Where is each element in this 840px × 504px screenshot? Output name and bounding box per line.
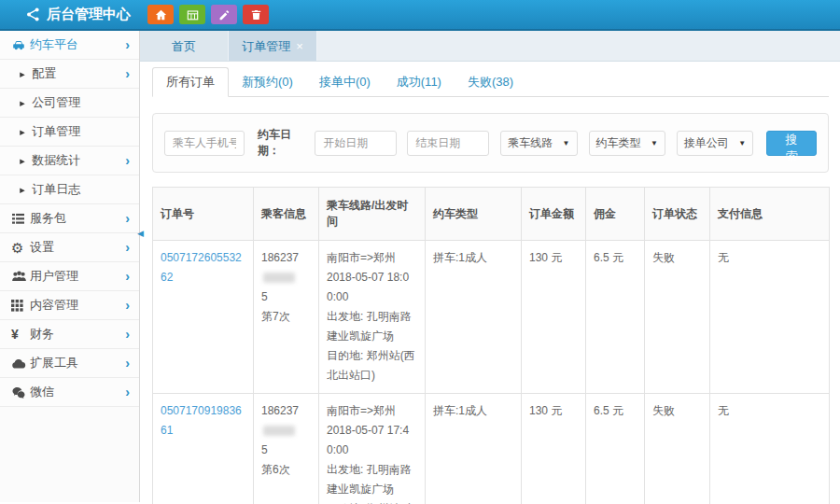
topbar-buttons — [147, 5, 269, 24]
main-content: 首页 订单管理 × 所有订单 新预约(0) 接单中(0) 成功(11) 失败(3… — [140, 31, 840, 502]
sidebar-item-content-management[interactable]: 内容管理 › — [0, 291, 139, 320]
sidebar-item-label: 订单管理 — [32, 123, 130, 140]
sidebar-item-config[interactable]: ▶ 配置 › — [0, 60, 139, 89]
sidebar-item-user-management[interactable]: 用户管理 › — [0, 262, 139, 291]
col-header-order-amount: 订单金额 — [522, 188, 586, 241]
sidebar-item-label: 用户管理 — [30, 268, 125, 285]
accepting-company-select-value: 接单公司 — [684, 135, 729, 151]
filter-tab-accepting[interactable]: 接单中(0) — [306, 68, 384, 96]
chevron-right-icon: › — [125, 67, 130, 80]
calendar-button[interactable] — [179, 5, 205, 24]
redacted-phone-digits — [263, 273, 295, 283]
sidebar-item-label: 配置 — [32, 65, 125, 82]
payment-info-cell: 无 — [710, 394, 830, 504]
caret-right-icon: ▶ — [20, 128, 25, 135]
chevron-right-icon: › — [125, 212, 130, 225]
filter-tab-new-reservations[interactable]: 新预约(0) — [229, 68, 306, 96]
tab-strip: 首页 订单管理 × — [140, 31, 840, 62]
filter-tab-all-orders[interactable]: 所有订单 — [152, 67, 229, 97]
close-icon[interactable]: × — [296, 40, 303, 52]
share-nodes-icon — [26, 7, 40, 21]
sidebar-item-company-management[interactable]: ▶ 公司管理 — [0, 89, 139, 118]
chevron-right-icon: › — [125, 328, 130, 341]
route-select[interactable]: 乘车线路 ▼ — [500, 131, 577, 156]
sidebar-item-label: 约车平台 — [30, 36, 125, 53]
top-bar: 后台管理中心 — [0, 0, 840, 31]
sidebar-item-label: 数据统计 — [32, 152, 125, 169]
home-icon — [155, 9, 167, 21]
order-filter-tabs: 所有订单 新预约(0) 接单中(0) 成功(11) 失败(38) — [152, 69, 829, 97]
sidebar-item-finance[interactable]: ¥ 财务 › — [0, 320, 139, 349]
redacted-phone-digits — [263, 426, 295, 436]
accepting-company-select[interactable]: 接单公司 ▼ — [677, 131, 753, 156]
booking-date-label: 约车日期： — [258, 127, 309, 159]
booking-type-select[interactable]: 约车类型 ▼ — [589, 131, 665, 156]
app-title: 后台管理中心 — [47, 6, 131, 23]
users-icon — [11, 271, 30, 282]
order-number-link[interactable]: 050717260553262 — [161, 251, 242, 284]
sidebar-item-booking-platform[interactable]: 约车平台 › — [0, 31, 139, 60]
booking-type-select-value: 约车类型 — [596, 135, 641, 151]
sidebar-item-label: 订单日志 — [32, 181, 130, 198]
chevron-right-icon: › — [125, 38, 130, 51]
order-amount-cell: 130 元 — [522, 241, 586, 394]
caret-right-icon: ▶ — [20, 157, 25, 164]
col-header-commission: 佣金 — [586, 188, 645, 241]
chevron-right-icon: › — [125, 299, 130, 312]
sidebar-item-service-package[interactable]: 服务包 › — [0, 204, 139, 233]
sidebar-item-label: 服务包 — [30, 210, 125, 227]
sidebar-item-label: 扩展工具 — [30, 355, 125, 371]
orders-table: 订单号 乘客信息 乘车线路/出发时间 约车类型 订单金额 佣金 订单状态 支付信… — [152, 187, 830, 504]
col-header-passenger-info: 乘客信息 — [254, 188, 319, 241]
sidebar-item-label: 财务 — [30, 326, 125, 343]
table-header-row: 订单号 乘客信息 乘车线路/出发时间 约车类型 订单金额 佣金 订单状态 支付信… — [153, 188, 830, 241]
passenger-phone-input[interactable] — [164, 131, 245, 156]
car-icon — [11, 39, 30, 51]
route-select-value: 乘车线路 — [508, 135, 553, 151]
sidebar-item-data-statistics[interactable]: ▶ 数据统计 › — [0, 147, 139, 175]
trash-icon — [251, 9, 261, 21]
tab-label: 首页 — [172, 31, 196, 62]
col-header-payment-info: 支付信息 — [710, 188, 830, 241]
pencil-icon — [218, 9, 230, 21]
sidebar-item-extension-tools[interactable]: 扩展工具 › — [0, 349, 139, 378]
yen-icon: ¥ — [11, 327, 30, 342]
tab-home[interactable]: 首页 — [140, 31, 229, 61]
caret-down-icon: ▼ — [563, 139, 570, 147]
filter-tab-failed[interactable]: 失败(38) — [455, 68, 526, 96]
tab-order-management[interactable]: 订单管理 × — [229, 31, 317, 61]
order-amount-cell: 130 元 — [522, 394, 586, 504]
list-icon — [11, 213, 30, 225]
home-button[interactable] — [147, 5, 174, 24]
search-button[interactable]: 搜索 — [766, 131, 817, 156]
chevron-right-icon: › — [125, 154, 130, 167]
order-status-cell: 失败 — [645, 394, 710, 504]
filter-tab-success[interactable]: 成功(11) — [384, 68, 455, 96]
sidebar-collapse-toggle[interactable]: ◀ — [137, 229, 144, 238]
tab-label: 订单管理 — [242, 31, 290, 62]
table-row: 050717260553262 186237 5 第7次 南阳市=>郑州 201… — [153, 241, 830, 394]
end-date-input[interactable] — [407, 131, 489, 156]
delete-button[interactable] — [243, 5, 269, 24]
col-header-order-no: 订单号 — [153, 188, 254, 241]
sidebar-item-order-management[interactable]: ▶ 订单管理 — [0, 118, 139, 147]
sidebar-item-settings[interactable]: ⚙ 设置 › — [0, 233, 139, 262]
app-logo: 后台管理中心 — [9, 6, 131, 23]
calendar-icon — [187, 9, 199, 21]
chevron-right-icon: › — [125, 270, 130, 283]
start-date-input[interactable] — [315, 131, 397, 156]
caret-down-icon: ▼ — [651, 139, 658, 147]
col-header-order-status: 订单状态 — [645, 188, 710, 241]
chevron-right-icon: › — [125, 385, 130, 399]
sidebar-item-wechat[interactable]: 微信 › — [0, 378, 139, 407]
order-status-cell: 失败 — [645, 241, 710, 394]
chevron-right-icon: › — [125, 241, 130, 254]
order-number-link[interactable]: 050717091983661 — [161, 404, 242, 437]
caret-right-icon: ▶ — [20, 70, 25, 77]
payment-info-cell: 无 — [710, 241, 830, 394]
table-row: 050717091983661 186237 5 第6次 南阳市=>郑州 201… — [153, 394, 830, 504]
booking-type-cell: 拼车:1成人 — [426, 241, 522, 394]
passenger-info-cell: 186237 5 第7次 — [254, 241, 319, 394]
sidebar-item-order-log[interactable]: ▶ 订单日志 — [0, 175, 139, 204]
edit-button[interactable] — [211, 5, 237, 24]
